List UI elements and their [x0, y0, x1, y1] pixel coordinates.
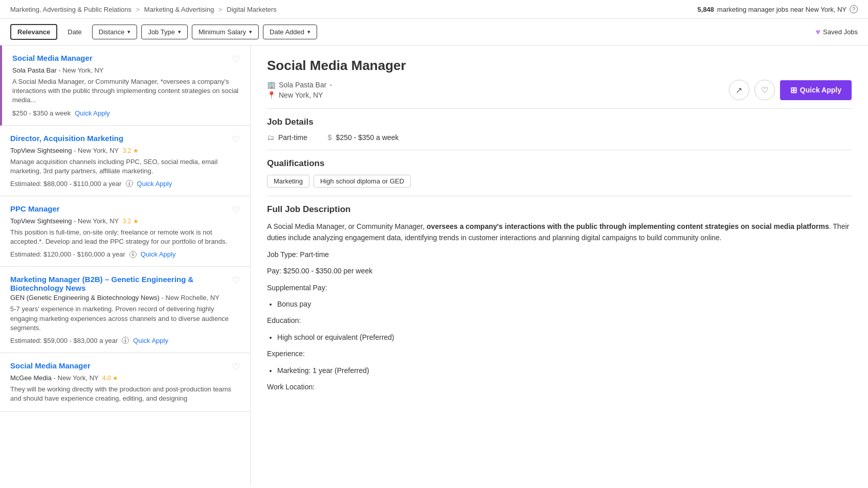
job-card-2[interactable]: Director, Acquisition Marketing ♡ TopVie…	[0, 126, 250, 196]
job-details-row: 🗂 Part-time $ $250 - $350 a week	[267, 133, 852, 142]
job-card-3[interactable]: PPC Manager ♡ TopView Sightseeing - New …	[0, 196, 250, 267]
quick-apply-icon: ⊞	[790, 85, 797, 95]
divider-3	[267, 196, 852, 196]
qualifications-section: Qualifications Marketing High school dip…	[267, 158, 852, 188]
relevance-filter[interactable]: Relevance	[10, 24, 57, 40]
minimum-salary-filter[interactable]: Minimum Salary ▾	[192, 25, 259, 39]
info-icon[interactable]: ?	[850, 5, 858, 13]
job-snippet-2: Manage acquisition channels including PP…	[10, 157, 240, 176]
job-company-1: Sola Pasta Bar - New York, NY	[12, 66, 240, 74]
filter-bar: Relevance Date Distance ▾ Job Type ▾ Min…	[0, 19, 868, 45]
company-rating-3: 3.2 ★	[123, 218, 139, 225]
quick-apply-button[interactable]: ⊞ Quick Apply	[780, 80, 852, 100]
breadcrumb-link-2[interactable]: Marketing & Advertising	[144, 6, 214, 13]
qualifications-title: Qualifications	[267, 158, 852, 169]
chevron-down-icon: ▾	[249, 29, 252, 35]
heart-icon: ♥	[816, 28, 821, 37]
job-card-1[interactable]: Social Media Manager ♡ Sola Pasta Bar - …	[0, 45, 250, 126]
job-title-link-1[interactable]: Social Media Manager	[12, 54, 93, 62]
job-company-5: McGee Media - New York, NY 4.0 ★	[10, 374, 240, 382]
job-meta-3: Estimated: $120,000 - $160,000 a year ℹ …	[10, 250, 240, 258]
chevron-down-icon: ▾	[178, 29, 181, 35]
job-card-header-5: Social Media Manager ♡	[10, 361, 240, 373]
save-job-button-1[interactable]: ♡	[232, 54, 240, 65]
job-meta-4: Estimated: $59,000 - $83,000 a year ℹ Qu…	[10, 337, 240, 344]
location-pin-icon: 📍	[267, 91, 276, 99]
job-card-header-1: Social Media Manager ♡	[12, 54, 240, 65]
job-title-link-2[interactable]: Director, Acquisition Marketing	[10, 134, 123, 143]
job-card-header-4: Marketing Manager (B2B) – Genetic Engine…	[10, 275, 240, 292]
save-button[interactable]: ♡	[754, 80, 775, 100]
job-list: Social Media Manager ♡ Sola Pasta Bar - …	[0, 45, 251, 485]
date-filter[interactable]: Date	[61, 25, 87, 39]
job-title-link-5[interactable]: Social Media Manager	[10, 361, 91, 370]
top-bar: Marketing, Advertising & Public Relation…	[0, 0, 868, 19]
chevron-down-icon: ▾	[127, 29, 130, 35]
quick-apply-link-3[interactable]: Quick Apply	[141, 250, 176, 258]
quick-apply-link-4[interactable]: Quick Apply	[133, 337, 168, 344]
job-card-5[interactable]: Social Media Manager ♡ McGee Media - New…	[0, 353, 250, 412]
job-card-header-3: PPC Manager ♡	[10, 204, 240, 216]
detail-location: 📍 New York, NY	[267, 91, 332, 99]
job-count: 5,848	[698, 6, 715, 13]
breadcrumb-link-1[interactable]: Marketing, Advertising & Public Relation…	[10, 6, 131, 13]
job-detail-panel: Social Media Manager 🏢 Sola Pasta Bar - …	[251, 45, 868, 485]
qual-tag-education: High school diploma or GED	[314, 175, 411, 188]
job-snippet-1: A Social Media Manager, or Community Man…	[12, 77, 240, 105]
share-button[interactable]: ↗	[729, 80, 749, 100]
chevron-down-icon: ▾	[307, 29, 310, 35]
job-type-filter[interactable]: Job Type ▾	[141, 25, 188, 39]
building-icon: 🏢	[267, 81, 276, 89]
job-count-area: 5,848 marketing manager jobs near New Yo…	[698, 5, 858, 13]
save-job-button-3[interactable]: ♡	[232, 204, 240, 216]
main-content: Social Media Manager ♡ Sola Pasta Bar - …	[0, 45, 868, 485]
job-count-desc: marketing manager jobs near New York, NY	[717, 6, 847, 13]
job-title-link-3[interactable]: PPC Manager	[10, 204, 60, 213]
job-snippet-3: This position is full-time, on-site only…	[10, 228, 240, 246]
save-job-button-5[interactable]: ♡	[232, 361, 240, 373]
job-title-link-4[interactable]: Marketing Manager (B2B) – Genetic Engine…	[10, 275, 232, 292]
job-snippet-4: 5-7 years' experience in marketing. Prov…	[10, 305, 240, 333]
breadcrumb-sep-2: >	[218, 6, 224, 13]
job-card-header-2: Director, Acquisition Marketing ♡	[10, 134, 240, 145]
breadcrumb-sep-1: >	[136, 6, 142, 13]
info-icon-2[interactable]: ℹ	[126, 180, 133, 187]
pay-item: $ $250 - $350 a week	[328, 133, 399, 142]
detail-company-row: 🏢 Sola Pasta Bar - 📍 New York, NY ↗ ♡ ⊞ …	[267, 80, 852, 100]
detail-company-info: 🏢 Sola Pasta Bar - 📍 New York, NY	[267, 81, 332, 99]
job-meta-1: $250 - $350 a week Quick Apply	[12, 109, 240, 117]
saved-jobs-button[interactable]: ♥ Saved Jobs	[816, 28, 858, 37]
job-card-4[interactable]: Marketing Manager (B2B) – Genetic Engine…	[0, 267, 250, 353]
quick-apply-link-1[interactable]: Quick Apply	[75, 109, 110, 117]
detail-company-name: 🏢 Sola Pasta Bar -	[267, 81, 332, 89]
detail-actions: ↗ ♡ ⊞ Quick Apply	[729, 80, 852, 100]
job-type-item: 🗂 Part-time	[267, 133, 307, 142]
breadcrumb: Marketing, Advertising & Public Relation…	[10, 6, 277, 13]
quick-apply-link-2[interactable]: Quick Apply	[137, 180, 172, 188]
divider-2	[267, 150, 852, 150]
info-icon-3[interactable]: ℹ	[129, 251, 137, 258]
date-added-filter[interactable]: Date Added ▾	[263, 25, 317, 39]
save-job-button-2[interactable]: ♡	[232, 134, 240, 145]
distance-filter[interactable]: Distance ▾	[92, 25, 138, 39]
job-company-4: GEN (Genetic Engineering & Biotechnology…	[10, 294, 240, 301]
job-details-section-title: Job Details	[267, 117, 852, 127]
job-meta-2: Estimated: $88,000 - $110,000 a year ℹ Q…	[10, 180, 240, 188]
qual-tag-marketing: Marketing	[267, 175, 309, 188]
qual-tags: Marketing High school diploma or GED	[267, 175, 852, 188]
full-desc-body: A Social Media Manager, or Community Man…	[267, 221, 852, 392]
full-desc-title: Full Job Description	[267, 204, 852, 215]
job-company-3: TopView Sightseeing - New York, NY 3.2 ★	[10, 217, 240, 225]
breadcrumb-link-3[interactable]: Digital Marketers	[227, 6, 277, 13]
company-rating-5: 4.0 ★	[102, 375, 118, 382]
info-icon-4[interactable]: ℹ	[122, 337, 129, 344]
save-job-button-4[interactable]: ♡	[232, 275, 240, 286]
dollar-icon: $	[328, 133, 332, 142]
company-rating-2: 3.2 ★	[123, 147, 139, 154]
job-company-2: TopView Sightseeing - New York, NY 3.2 ★	[10, 147, 240, 154]
briefcase-icon: 🗂	[267, 133, 274, 142]
job-snippet-5: They will be working directly with the p…	[10, 385, 240, 403]
detail-job-title: Social Media Manager	[267, 58, 852, 74]
divider-1	[267, 108, 852, 109]
